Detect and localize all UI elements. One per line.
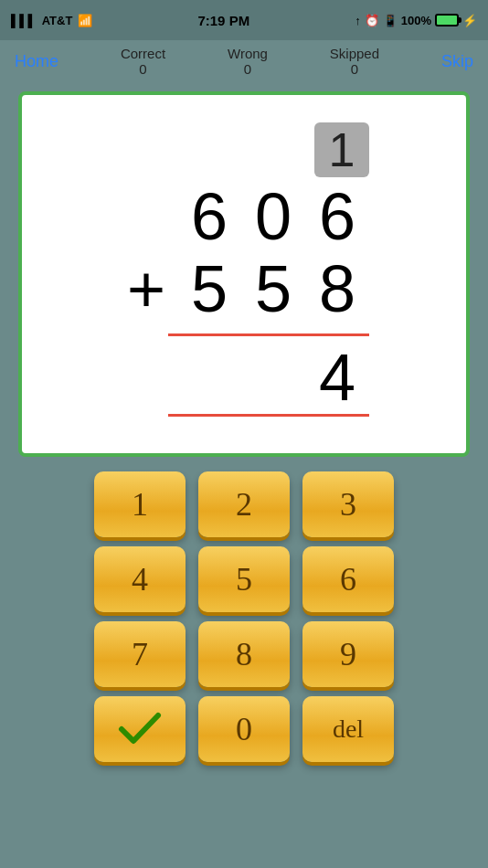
wrong-value: 0 [244, 61, 251, 77]
bluetooth-icon: 📱 [383, 14, 398, 27]
key-row-1: 1 2 3 [94, 471, 394, 537]
correct-score: Correct 0 [121, 46, 165, 77]
carry-digit: 1 [314, 122, 369, 177]
key-5[interactable]: 5 [198, 546, 290, 612]
keypad: 1 2 3 4 5 6 7 8 9 0 del [0, 471, 488, 762]
answer-underline [168, 414, 369, 417]
answer-row: 4 [168, 342, 369, 414]
key-del[interactable]: del [302, 696, 394, 762]
key-row-2: 4 5 6 [94, 546, 394, 612]
skipped-score: Skipped 0 [330, 46, 379, 77]
num1-digit-2: 6 [305, 181, 369, 253]
num2-digit-0: 5 [177, 253, 241, 325]
num2-digit-1: 5 [241, 253, 305, 325]
score-row: Home Correct 0 Wrong 0 Skipped 0 Skip [0, 40, 488, 82]
home-button[interactable]: Home [15, 52, 58, 71]
checkmark-icon [117, 711, 163, 747]
key-check[interactable] [94, 696, 186, 762]
math-card: 1 6 0 6 + 5 5 8 4 [18, 91, 470, 457]
carrier-label: AT&T [42, 14, 73, 27]
correct-value: 0 [139, 61, 146, 77]
status-right: ↑ ⏰ 📱 100% ⚡ [355, 14, 477, 27]
location-icon: ↑ [355, 14, 361, 27]
signal-icon: ▌▌▌ [11, 14, 37, 27]
key-2[interactable]: 2 [198, 471, 290, 537]
wrong-label: Wrong [228, 46, 268, 61]
first-number-row: 6 0 6 [177, 181, 369, 253]
num1-digit-1: 0 [241, 181, 305, 253]
math-display: 1 6 0 6 + 5 5 8 4 [119, 122, 369, 417]
battery-percent: 100% [401, 14, 431, 27]
alarm-icon: ⏰ [365, 14, 379, 27]
num2-digit-2: 8 [305, 253, 369, 325]
wifi-icon: 📶 [78, 14, 92, 27]
key-3[interactable]: 3 [302, 471, 394, 537]
charging-icon: ⚡ [462, 14, 477, 27]
wrong-score: Wrong 0 [228, 46, 268, 77]
operator-symbol: + [119, 253, 174, 325]
num1-digit-0: 6 [177, 181, 241, 253]
key-row-4: 0 del [94, 696, 394, 762]
key-7[interactable]: 7 [94, 621, 186, 687]
carry-row: 1 [119, 122, 369, 177]
time-display: 7:19 PM [197, 13, 249, 28]
key-4[interactable]: 4 [94, 546, 186, 612]
key-8[interactable]: 8 [198, 621, 290, 687]
carrier-info: ▌▌▌ AT&T 📶 [11, 14, 92, 27]
skipped-label: Skipped [330, 46, 379, 61]
key-row-3: 7 8 9 [94, 621, 394, 687]
status-bar: ▌▌▌ AT&T 📶 7:19 PM ↑ ⏰ 📱 100% ⚡ [0, 0, 488, 40]
key-9[interactable]: 9 [302, 621, 394, 687]
correct-label: Correct [121, 46, 165, 61]
skipped-value: 0 [351, 61, 358, 77]
battery-icon [435, 14, 459, 26]
key-1[interactable]: 1 [94, 471, 186, 537]
skip-button[interactable]: Skip [441, 52, 473, 71]
key-0[interactable]: 0 [198, 696, 290, 762]
key-6[interactable]: 6 [302, 546, 394, 612]
divider-line [168, 333, 369, 336]
answer-digit-0: 4 [305, 342, 369, 414]
second-number-row: + 5 5 8 [119, 253, 369, 325]
